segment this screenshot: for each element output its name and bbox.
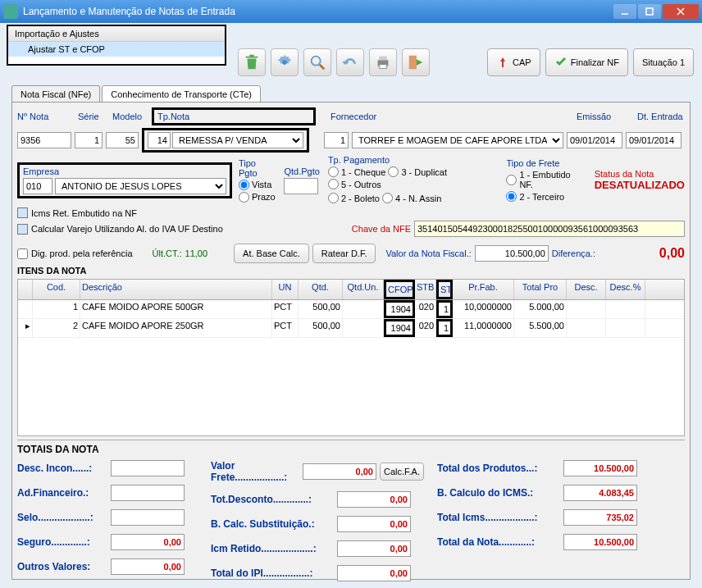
valornota-input[interactable] <box>475 245 549 262</box>
icmret-input[interactable] <box>337 540 411 557</box>
col-cfop[interactable]: CFOP <box>384 280 415 299</box>
tppag-label: Tp. Pagamento <box>328 155 499 165</box>
selo-input[interactable] <box>111 509 185 526</box>
outros-label: Outros Valores: <box>17 561 107 572</box>
cap-button[interactable]: CAP <box>487 48 540 76</box>
radio-boleto[interactable]: 2 - Boleto <box>328 193 380 203</box>
search-icon[interactable] <box>303 48 331 76</box>
chk-calc-varejo[interactable]: Calcular Varejo Utilizando Al. do IVA UF… <box>17 224 223 235</box>
tab-nfe[interactable]: Nota Fiscal (NFe) <box>11 85 100 103</box>
totprod-label: Total dos Produtos...: <box>437 463 560 474</box>
totnota-input <box>563 534 637 550</box>
submenu-ajustar-st-cfop[interactable]: Ajustar ST e CFOP <box>8 42 225 57</box>
app-icon <box>3 4 18 19</box>
svg-rect-8 <box>379 57 386 61</box>
finalizar-button[interactable]: Finalizar NF <box>545 48 628 76</box>
totipi-input[interactable] <box>337 565 411 581</box>
minimize-button[interactable] <box>613 4 636 19</box>
chk-dig-prod[interactable]: Dig. prod. pela referência <box>17 248 133 259</box>
col-tot[interactable]: Total Pro <box>514 280 567 299</box>
seguro-input[interactable] <box>111 534 185 550</box>
col-qtd[interactable]: Qtd. <box>299 280 343 299</box>
bcalcsub-input[interactable] <box>337 516 411 532</box>
outros-input[interactable] <box>111 558 185 575</box>
table-row[interactable]: ▸2CAFE MOIDO APORE 250GRPCT500,001904020… <box>18 319 684 338</box>
valornota-label: Valor da Nota Fiscal.: <box>385 248 471 258</box>
print-icon[interactable] <box>369 48 397 76</box>
ultct-label: Últ.CT.: <box>153 248 182 258</box>
table-row[interactable]: 1CAFE MOIDO APORE 500GRPCT500,0019040201… <box>18 300 684 319</box>
empresa-code-input[interactable] <box>23 178 52 194</box>
toticms-label: Total Icms..................: <box>437 512 560 523</box>
tab-cte[interactable]: Conhecimento de Transporte (CTe) <box>102 85 261 103</box>
maximize-button[interactable] <box>638 4 661 19</box>
atbase-button[interactable]: At. Base Calc. <box>234 244 309 263</box>
serie-input[interactable] <box>75 132 103 148</box>
calcfa-button[interactable]: Calc.F.A. <box>380 463 424 481</box>
radio-cheque[interactable]: 1 - Cheque <box>328 166 385 177</box>
diferenca-label: Diferença.: <box>552 248 595 258</box>
seguro-label: Seguro.............: <box>17 536 107 548</box>
col-cod[interactable]: Cod. <box>33 280 80 299</box>
col-dsc[interactable]: Desc. <box>567 280 606 299</box>
emissao-input[interactable] <box>567 132 622 148</box>
totprod-input <box>563 460 637 476</box>
totnota-label: Total da Nota............: <box>437 536 560 548</box>
diferenca-value: 0,00 <box>599 246 685 261</box>
desc-incon-input[interactable] <box>111 460 185 476</box>
num-nota-input[interactable] <box>17 132 71 148</box>
ratear-button[interactable]: Ratear D.F. <box>312 244 376 263</box>
totdesc-label: Tot.Desconto.............: <box>211 494 334 505</box>
col-fab[interactable]: Pr.Fab. <box>453 280 514 299</box>
qtdpgto-input[interactable] <box>284 178 318 194</box>
radio-vista[interactable]: Vista <box>239 180 276 190</box>
col-st[interactable]: ST <box>436 280 453 299</box>
valor-frete-label: Valor Frete..................: <box>211 460 299 483</box>
col-desc[interactable]: Descrição <box>80 280 272 299</box>
col-dscp[interactable]: Desc.% <box>606 280 645 299</box>
modelo-label: Modelo <box>112 112 142 121</box>
selo-label: Selo...................: <box>17 512 107 523</box>
grid-title: ITENS DA NOTA <box>17 266 685 276</box>
chave-input[interactable] <box>414 221 685 237</box>
fornecedor-select[interactable]: TORREF E MOAGEM DE CAFE APORE LTDA <box>352 132 563 148</box>
serie-label: Série <box>78 112 99 121</box>
fornecedor-code-input[interactable] <box>324 132 349 148</box>
tpnota-select[interactable]: REMESSA P/ VENDA <box>172 132 303 148</box>
tipopgto-label: Tipo Pgto <box>239 158 276 178</box>
col-qtdun[interactable]: Qtd.Un. <box>343 280 384 299</box>
emissao-label: Emissão <box>577 112 611 121</box>
trash-icon[interactable] <box>238 48 266 76</box>
radio-terceiro[interactable]: 2 - Terceiro <box>506 191 584 202</box>
radio-nassin[interactable]: 4 - N. Assin <box>382 193 441 203</box>
close-button[interactable] <box>663 4 699 19</box>
menu-importacao[interactable]: Importação e Ajustes Ajustar ST e CFOP <box>7 25 226 66</box>
bcalcsub-label: B. Calc. Substituição.: <box>211 518 334 530</box>
radio-prazo[interactable]: Prazo <box>239 192 276 203</box>
tpnota-code-input[interactable] <box>148 132 171 148</box>
chk-icms-ret[interactable]: Icms Ret. Embutido na NF <box>17 207 137 218</box>
form-panel: Nº Nota Série Modelo Tp.Nota Fornecedor … <box>11 102 691 580</box>
window-title: Lançamento e Manutenção de Notas de Entr… <box>23 6 613 17</box>
exit-icon[interactable] <box>402 48 430 76</box>
modelo-input[interactable] <box>106 132 139 148</box>
col-stb[interactable]: STB <box>415 280 436 299</box>
menu-item-importacao[interactable]: Importação e Ajustes <box>8 26 225 42</box>
situacao-button[interactable]: Situação 1 <box>633 48 694 76</box>
empresa-select[interactable]: ANTONIO DE JESUS LOPES <box>55 178 226 194</box>
col-un[interactable]: UN <box>272 280 299 299</box>
totdesc-input[interactable] <box>337 491 411 508</box>
svg-rect-9 <box>379 65 386 69</box>
valor-frete-input[interactable] <box>303 463 376 480</box>
icmret-label: Icm Retido...................: <box>211 543 334 554</box>
radio-duplicat[interactable]: 3 - Duplicat <box>388 166 447 177</box>
undo-icon[interactable] <box>336 48 364 76</box>
gear-icon[interactable] <box>271 48 299 76</box>
adfin-input[interactable] <box>111 485 185 501</box>
radio-outros[interactable]: 5 - Outros <box>328 179 381 189</box>
toolbar: CAP Finalizar NF Situação 1 <box>238 44 694 80</box>
dtentrada-input[interactable] <box>626 132 681 148</box>
radio-embutido[interactable]: 1 - Embutido NF. <box>506 170 584 189</box>
tpnota-label: Tp.Nota <box>157 112 189 121</box>
status-value: DESATUALIZADO <box>595 179 685 191</box>
